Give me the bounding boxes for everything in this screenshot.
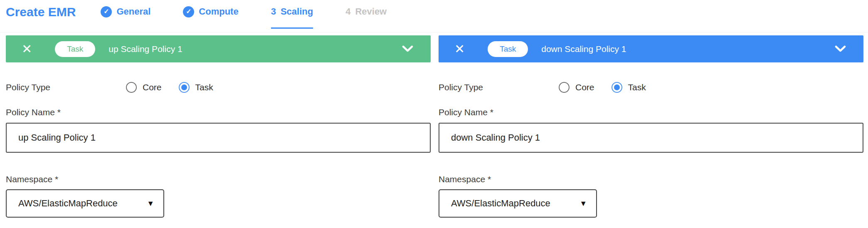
scale-up-policy-panel: ✕ Task up Scaling Policy 1 Policy Type C… [6,35,431,218]
check-icon: ✓ [101,6,112,17]
chevron-down-icon[interactable] [835,45,846,52]
policy-name-input[interactable] [6,123,431,153]
node-type-badge: Task [55,41,95,57]
step-review[interactable]: 4 Review [345,5,387,27]
step-compute[interactable]: ✓ Compute [183,5,238,27]
policy-type-radio-group: Core Task [126,82,213,93]
radio-core[interactable] [126,82,137,93]
dropdown-caret-icon: ▼ [147,200,154,207]
scale-up-policy-header[interactable]: ✕ Task up Scaling Policy 1 [6,35,431,62]
step-scaling[interactable]: 3 Scaling [271,5,313,29]
wizard-header: Create EMR ✓ General ✓ Compute 3 Scaling… [0,0,868,32]
policy-name-label: Policy Name * [6,107,431,117]
namespace-selected-value: AWS/ElasticMapReduce [18,198,118,209]
namespace-label: Namespace * [439,174,863,184]
radio-core-label: Core [143,82,162,92]
namespace-select[interactable]: AWS/ElasticMapReduce ▼ [6,189,164,218]
step-label: Scaling [281,5,313,18]
policy-type-label: Policy Type [6,82,126,92]
radio-core[interactable] [559,82,570,93]
policy-type-row: Policy Type Core Task [6,82,431,93]
namespace-selected-value: AWS/ElasticMapReduce [451,198,550,209]
close-icon[interactable]: ✕ [454,43,465,55]
policy-type-radio-group: Core Task [559,82,646,93]
policy-type-label: Policy Type [439,82,559,92]
radio-task[interactable] [179,82,190,93]
policy-name-input[interactable] [439,123,863,153]
step-number: 3 [271,5,276,18]
dropdown-caret-icon: ▼ [579,200,587,207]
node-type-badge: Task [488,41,528,57]
radio-task[interactable] [612,82,622,93]
scale-down-policy-panel: ✕ Task down Scaling Policy 1 Policy Type… [439,35,863,218]
check-icon: ✓ [183,6,194,17]
step-number: 4 [345,5,350,18]
radio-task-label: Task [195,82,213,92]
policy-type-row: Policy Type Core Task [439,82,863,93]
radio-core-label: Core [575,82,594,92]
radio-task-label: Task [628,82,646,92]
step-label: Review [355,5,387,18]
chevron-down-icon[interactable] [402,45,413,52]
scaling-policies-container: ✕ Task up Scaling Policy 1 Policy Type C… [6,35,863,218]
step-label: Compute [199,5,238,18]
policy-name-label: Policy Name * [439,107,863,117]
scale-down-policy-header[interactable]: ✕ Task down Scaling Policy 1 [439,35,863,62]
close-icon[interactable]: ✕ [22,43,32,55]
step-general[interactable]: ✓ General [101,5,150,27]
page-title: Create EMR [6,5,76,19]
namespace-select[interactable]: AWS/ElasticMapReduce ▼ [439,189,597,218]
policy-header-title: up Scaling Policy 1 [108,44,182,54]
namespace-label: Namespace * [6,174,431,184]
policy-header-title: down Scaling Policy 1 [541,44,626,54]
step-label: General [116,5,150,18]
